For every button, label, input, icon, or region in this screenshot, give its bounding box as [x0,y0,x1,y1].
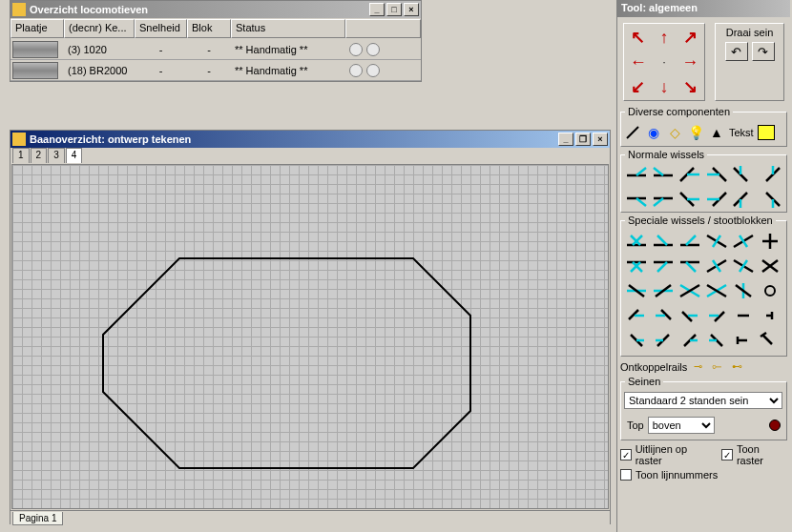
top-position-select[interactable]: boven [648,417,715,434]
switch-tool-icon[interactable] [731,165,756,186]
special-switch-tool-icon[interactable] [624,280,649,301]
special-switch-tool-icon[interactable] [677,305,702,326]
layer-tab-3[interactable]: 3 [48,148,65,163]
rotate-cw-button[interactable]: ↷ [752,42,775,61]
close-button[interactable]: × [404,3,419,16]
status-led[interactable] [349,64,363,77]
special-switch-tool-icon[interactable] [758,231,782,252]
arrow-w-icon[interactable]: ← [630,53,647,71]
svg-line-36 [740,235,747,247]
switch-tool-icon[interactable] [677,165,702,186]
special-switch-tool-icon[interactable] [651,256,676,276]
arrow-nw-icon[interactable]: ↖ [631,29,645,46]
special-switch-tool-icon[interactable] [758,280,782,301]
trackplan-canvas[interactable] [11,164,609,509]
special-switch-tool-icon[interactable] [624,330,649,351]
special-switch-tool-icon[interactable] [704,280,729,301]
close-button[interactable]: × [593,133,608,146]
decouple-icon[interactable]: ⟜ [712,360,722,373]
special-switch-tool-icon[interactable] [677,280,702,301]
switch-tool-icon[interactable] [651,165,676,186]
col-header-snelheid[interactable]: Snelheid [135,19,187,38]
status-led[interactable] [366,64,380,77]
arrow-se-icon[interactable]: ↘ [683,78,698,95]
table-row[interactable]: (18) BR2000 - - ** Handmatig ** [10,60,421,81]
special-switch-tool-icon[interactable] [651,231,676,252]
special-switch-tool-icon[interactable] [704,330,729,351]
minimize-button[interactable]: _ [369,3,385,16]
maximize-button[interactable]: □ [386,3,402,16]
arrow-e-icon[interactable]: → [681,53,698,71]
special-switch-tool-icon[interactable] [704,305,729,326]
line-tool-icon[interactable] [624,124,641,141]
text-tool-button[interactable]: Tekst [729,124,754,141]
col-header-decnr[interactable]: (decnr) Ke... [64,19,135,38]
special-switch-tool-icon[interactable] [677,256,702,276]
switch-tool-icon[interactable] [651,188,676,209]
layer-tab-4[interactable]: 4 [66,148,83,163]
arrow-sw-icon[interactable]: ↙ [631,78,645,95]
target-tool-icon[interactable]: ◉ [645,124,662,141]
special-switch-tool-icon[interactable] [758,305,782,326]
switch-tool-icon[interactable] [677,188,702,209]
layer-tab-1[interactable]: 1 [12,148,30,163]
triangle-tool-icon[interactable]: ▲ [708,124,725,141]
bulb-tool-icon[interactable]: 💡 [687,124,704,141]
switch-tool-icon[interactable] [758,165,782,186]
col-header-blok[interactable]: Blok [187,19,231,38]
special-switch-tool-icon[interactable] [731,330,756,351]
special-switch-tool-icon[interactable] [731,231,756,252]
special-switch-tool-icon[interactable] [731,280,756,301]
decouple-icon[interactable]: ⊸ [694,360,702,373]
special-switch-tool-icon[interactable] [731,256,756,276]
special-switch-tool-icon[interactable] [758,256,782,276]
table-row[interactable]: (3) 1020 - - ** Handmatig ** [10,39,421,60]
col-header-plaatje[interactable]: Plaatje [10,19,64,38]
arrow-ne-icon[interactable]: ↗ [683,29,698,46]
special-switch-tool-icon[interactable] [704,256,729,276]
special-switch-tool-icon[interactable] [651,330,676,351]
special-switch-tool-icon[interactable] [677,330,702,351]
arrow-n-icon[interactable]: ↑ [659,29,668,46]
decouple-icon[interactable]: ⊷ [732,360,742,373]
special-switch-tool-icon[interactable] [704,231,729,252]
trackplan-title: Baanoverzicht: ontwerp tekenen [30,133,191,145]
special-switch-tool-icon[interactable] [651,305,676,326]
cell-blok: - [187,65,231,76]
tool-panel-title: Tool: algemeen [617,0,790,17]
special-switch-tool-icon[interactable] [758,330,782,351]
special-switch-tool-icon[interactable] [651,280,676,301]
special-switch-tool-icon[interactable] [624,231,649,252]
layer-tab-2[interactable]: 2 [31,148,48,163]
switch-tool-icon[interactable] [624,165,649,186]
signal-type-select[interactable]: Standaard 2 standen sein [624,392,782,409]
special-switch-tool-icon[interactable] [624,305,649,326]
special-switch-tool-icon[interactable] [677,231,702,252]
cell-snelheid: - [135,65,187,76]
align-grid-checkbox[interactable]: ✓ [620,449,632,460]
page-tab-1[interactable]: Pagina 1 [12,512,63,525]
minimize-button[interactable]: _ [558,133,573,146]
col-header-status[interactable]: Status [231,19,345,38]
trackplan-titlebar[interactable]: Baanoverzicht: ontwerp tekenen _ ❐ × [10,131,610,148]
switch-tool-icon[interactable] [624,188,649,209]
arrow-s-icon[interactable]: ↓ [659,78,668,95]
restore-button[interactable]: ❐ [575,133,591,146]
switch-tool-icon[interactable] [758,188,782,209]
switch-tool-icon[interactable] [731,188,756,209]
switch-tool-icon[interactable] [704,188,729,209]
color-swatch[interactable] [758,125,775,140]
special-switch-tool-icon[interactable] [731,305,756,326]
locomotives-titlebar[interactable]: Overzicht locomotieven _ □ × [10,1,421,18]
diamond-tool-icon[interactable]: ◇ [666,124,683,141]
status-led[interactable] [349,43,363,56]
special-switch-tool-icon[interactable] [624,256,649,276]
decouple-rails-row: Ontkoppelrails ⊸ ⟜ ⊷ [617,359,790,374]
top-label: Top [627,419,644,431]
show-linenumbers-checkbox[interactable] [620,469,632,481]
show-grid-checkbox[interactable]: ✓ [721,449,733,460]
rotate-ccw-button[interactable]: ↶ [725,42,748,61]
status-led[interactable] [366,43,380,56]
direction-arrows-group: ↖ ↑ ↗ ← · → ↙ ↓ ↘ [623,23,705,101]
switch-tool-icon[interactable] [704,165,729,186]
